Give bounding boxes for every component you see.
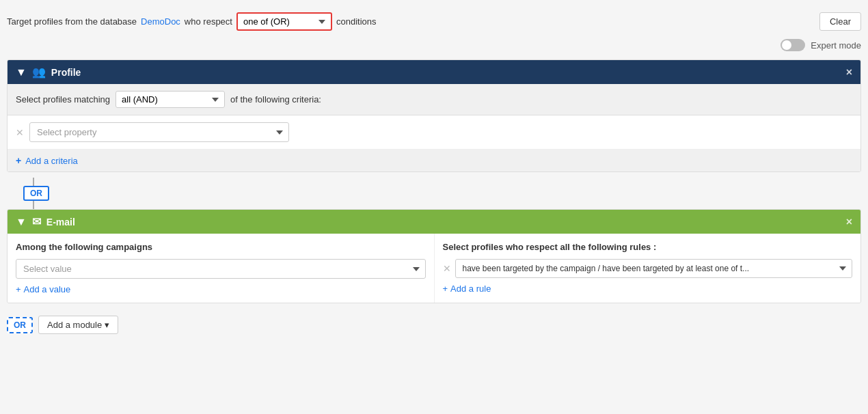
bottom-or-row: OR Add a module ▾ xyxy=(7,309,861,334)
email-module-body: Among the following campaigns Select val… xyxy=(8,234,860,303)
expert-mode-row: Expert mode xyxy=(7,39,861,51)
remove-property-icon[interactable]: ✕ xyxy=(16,127,24,138)
rule-select[interactable]: have been targeted by the campaign / hav… xyxy=(455,259,853,278)
condition-select[interactable]: one of (OR) all of (AND) xyxy=(236,12,332,31)
clear-button[interactable]: Clear xyxy=(819,12,861,31)
add-value-plus-icon: + xyxy=(16,284,21,294)
email-title: E-mail xyxy=(46,217,75,227)
email-icon: ✉ xyxy=(32,215,41,228)
rules-col: Select profiles who respect all the foll… xyxy=(435,234,861,303)
add-rule-link[interactable]: + Add a rule xyxy=(443,284,853,294)
campaigns-col: Among the following campaigns Select val… xyxy=(8,234,435,303)
email-header-left: ▼ ✉ E-mail xyxy=(16,215,75,228)
or-line-bottom xyxy=(33,201,34,209)
profile-icon: 👥 xyxy=(32,66,46,79)
add-module-chevron-icon: ▾ xyxy=(105,320,109,330)
expert-mode-label: Expert mode xyxy=(811,40,861,51)
of-following-label: of the following criteria: xyxy=(230,94,321,105)
property-select[interactable]: Select property xyxy=(29,122,289,142)
profile-module-body: Select profiles matching all (AND) any (… xyxy=(8,84,860,171)
top-bar: Target profiles from the database DemoDo… xyxy=(7,7,861,36)
value-select[interactable]: Select value xyxy=(16,259,426,279)
or-line-top xyxy=(33,178,34,186)
profile-criteria-row: Select profiles matching all (AND) any (… xyxy=(8,84,860,115)
criteria-select[interactable]: all (AND) any (OR) xyxy=(116,91,225,108)
bottom-or-badge[interactable]: OR xyxy=(7,317,33,333)
or-connector: OR xyxy=(7,178,861,209)
collapse-email-icon[interactable]: ▼ xyxy=(16,216,27,228)
profile-header-left: ▼ 👥 Profile xyxy=(16,66,81,79)
or-badge[interactable]: OR xyxy=(23,186,49,201)
value-select-row: Select value xyxy=(16,259,426,279)
email-module: ▼ ✉ E-mail × Among the following campaig… xyxy=(7,209,861,303)
add-module-label: Add a module xyxy=(47,320,102,330)
add-module-button[interactable]: Add a module ▾ xyxy=(38,316,118,334)
campaigns-label: Among the following campaigns xyxy=(16,242,426,252)
profile-close-button[interactable]: × xyxy=(846,66,852,79)
suffix-text: conditions xyxy=(336,16,377,27)
add-value-link[interactable]: + Add a value xyxy=(16,284,426,294)
email-module-header: ▼ ✉ E-mail × xyxy=(8,210,860,234)
add-value-label: Add a value xyxy=(24,284,71,294)
criteria-label: Select profiles matching xyxy=(16,94,110,105)
add-rule-label: Add a rule xyxy=(450,284,491,294)
collapse-icon[interactable]: ▼ xyxy=(16,66,27,79)
profile-module: ▼ 👥 Profile × Select profiles matching a… xyxy=(7,59,861,172)
add-criteria-label: Add a criteria xyxy=(25,156,78,166)
top-bar-left: Target profiles from the database DemoDo… xyxy=(7,12,377,31)
property-row: ✕ Select property xyxy=(8,115,860,150)
middle-text: who respect xyxy=(185,16,232,27)
prefix-text: Target profiles from the database xyxy=(7,16,137,27)
rules-label: Select profiles who respect all the foll… xyxy=(443,242,853,252)
email-close-button[interactable]: × xyxy=(846,216,852,228)
db-name: DemoDoc xyxy=(141,16,180,27)
profile-title: Profile xyxy=(51,67,81,78)
remove-rule-icon[interactable]: ✕ xyxy=(443,263,451,274)
rule-select-row: ✕ have been targeted by the campaign / h… xyxy=(443,259,853,278)
add-rule-plus-icon: + xyxy=(443,284,448,294)
expert-mode-toggle[interactable] xyxy=(781,39,805,51)
add-criteria-plus-icon: + xyxy=(16,155,21,166)
add-criteria-row[interactable]: + Add a criteria xyxy=(8,150,860,171)
profile-module-header: ▼ 👥 Profile × xyxy=(8,60,860,84)
